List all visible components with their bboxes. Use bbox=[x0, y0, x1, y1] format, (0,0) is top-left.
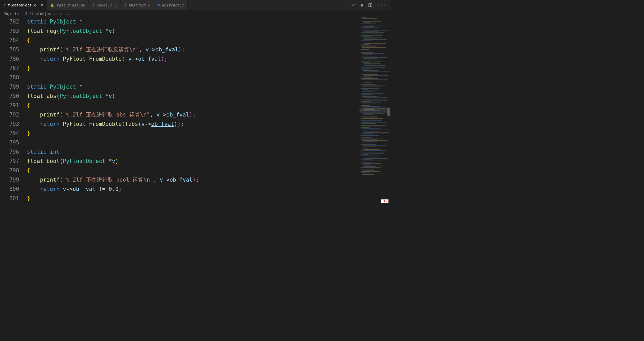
filetype-c-icon: C bbox=[124, 3, 126, 7]
play-icon: ▷ bbox=[351, 3, 353, 7]
chevron-down-icon: ﹀ bbox=[353, 3, 356, 7]
line-number: 801 bbox=[0, 194, 19, 203]
problem-count-badge: 2 bbox=[115, 3, 117, 7]
tab-label: abstract.c bbox=[162, 3, 184, 7]
filetype-c-icon: C bbox=[158, 3, 160, 7]
breadcrumb[interactable]: Objects › C floatobject.c › ... bbox=[0, 10, 390, 17]
line-number: 783 bbox=[0, 26, 19, 36]
code-content[interactable]: static PyObject *float_neg(PyFloatObject… bbox=[26, 17, 358, 205]
line-number: 785 bbox=[0, 45, 19, 54]
line-number: 791 bbox=[0, 101, 19, 110]
filetype-c-icon: C bbox=[92, 3, 94, 7]
tab-label: abstract.h bbox=[129, 3, 150, 7]
code-line[interactable]: float_bool(PyFloatObject *v) bbox=[26, 157, 358, 166]
code-line[interactable]: printf("%.2lf 正在进行取 abs 运算\n", v->ob_fva… bbox=[26, 110, 358, 119]
filetype-python-icon: 🐍 bbox=[50, 3, 54, 7]
breadcrumb-file[interactable]: floatobject.c bbox=[29, 12, 58, 16]
code-line[interactable]: { bbox=[26, 36, 358, 45]
code-line[interactable]: return PyFloat_FromDouble(fabs(v->ob_fva… bbox=[26, 119, 358, 129]
tab-abstract-h[interactable]: Cabstract.h bbox=[121, 0, 154, 10]
line-number: 800 bbox=[0, 184, 19, 194]
more-actions-icon[interactable]: ··· bbox=[377, 2, 386, 8]
line-number-gutter: 7827837847857867877887897907917927937947… bbox=[0, 17, 26, 205]
code-line[interactable]: static PyObject * bbox=[26, 82, 358, 91]
tab-label: ceval.c bbox=[96, 3, 112, 7]
line-number: 782 bbox=[0, 17, 19, 26]
chevron-right-icon: › bbox=[21, 12, 23, 16]
run-dropdown-button[interactable]: ▷ ﹀ bbox=[351, 3, 356, 7]
split-editor-icon[interactable] bbox=[368, 3, 372, 7]
breadcrumb-folder[interactable]: Objects bbox=[4, 12, 19, 16]
watermark-badge: php bbox=[381, 199, 388, 203]
line-number: 798 bbox=[0, 166, 19, 175]
filetype-c-icon: C bbox=[25, 12, 27, 16]
code-line[interactable]: float_neg(PyFloatObject *v) bbox=[26, 26, 358, 36]
code-line[interactable]: printf("%.2lf 正在进行取反运算\n", v->ob_fval); bbox=[26, 45, 358, 54]
code-line[interactable]: return v->ob_fval != 0.0; bbox=[26, 184, 358, 194]
code-editor[interactable]: 7827837847857867877887897907917927937947… bbox=[0, 17, 358, 205]
tab-actions: ▷ ﹀ ··· bbox=[347, 2, 390, 8]
line-number: 796 bbox=[0, 147, 19, 157]
code-line[interactable]: } bbox=[26, 194, 358, 203]
scrollbar-thumb[interactable] bbox=[387, 108, 390, 116]
filetype-c-icon: C bbox=[4, 3, 6, 7]
code-line[interactable]: return PyFloat_FromDouble(-v->ob_fval); bbox=[26, 54, 358, 64]
code-line[interactable]: printf("%.2lf 正在进行取 bool 运算\n", v->ob_fv… bbox=[26, 175, 358, 184]
line-number: 784 bbox=[0, 36, 19, 45]
line-number: 789 bbox=[0, 82, 19, 91]
line-number: 790 bbox=[0, 91, 19, 101]
line-number: 787 bbox=[0, 64, 19, 73]
tab-label: test_float.py bbox=[56, 3, 85, 7]
minimap[interactable] bbox=[360, 17, 390, 205]
code-line[interactable]: static PyObject * bbox=[26, 17, 358, 26]
settings-icon[interactable] bbox=[360, 3, 364, 7]
code-line[interactable] bbox=[26, 138, 358, 147]
code-line[interactable]: { bbox=[26, 101, 358, 110]
tab-test_float-py[interactable]: 🐍test_float.py bbox=[47, 0, 89, 10]
minimap-viewport[interactable] bbox=[360, 108, 390, 113]
tab-ceval-c[interactable]: Cceval.c2 bbox=[89, 0, 121, 10]
code-line[interactable]: float_abs(PyFloatObject *v) bbox=[26, 91, 358, 101]
line-number: 788 bbox=[0, 73, 19, 82]
line-number: 795 bbox=[0, 138, 19, 147]
line-number: 797 bbox=[0, 157, 19, 166]
line-number: 793 bbox=[0, 119, 19, 129]
line-number: 786 bbox=[0, 54, 19, 64]
line-number: 799 bbox=[0, 175, 19, 184]
line-number: 792 bbox=[0, 110, 19, 119]
chevron-right-icon: › bbox=[59, 12, 62, 16]
code-line[interactable]: { bbox=[26, 166, 358, 175]
tab-label: floatobject.c bbox=[8, 3, 36, 7]
code-line[interactable]: } bbox=[26, 64, 358, 73]
tab-floatobject-c[interactable]: Cfloatobject.c× bbox=[0, 0, 47, 10]
code-line[interactable]: } bbox=[26, 129, 358, 138]
tab-bar: Cfloatobject.c×🐍test_float.pyCceval.c2Ca… bbox=[0, 0, 390, 10]
breadcrumb-more[interactable]: ... bbox=[64, 12, 71, 16]
line-number: 794 bbox=[0, 129, 19, 138]
code-line[interactable]: static int bbox=[26, 147, 358, 157]
code-line[interactable] bbox=[26, 73, 358, 82]
close-icon[interactable]: × bbox=[41, 3, 43, 7]
tab-abstract-c[interactable]: Cabstract.c bbox=[154, 0, 188, 10]
